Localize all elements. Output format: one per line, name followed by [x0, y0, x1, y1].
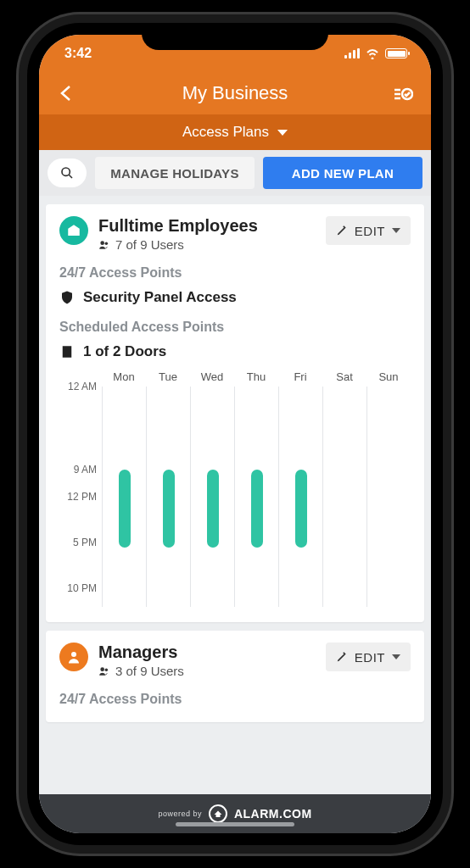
security-access-row: Security Panel Access — [59, 289, 411, 306]
users-icon — [98, 665, 110, 677]
plan-icon — [59, 643, 88, 671]
alarm-logo-icon — [209, 804, 227, 823]
users-icon — [98, 239, 110, 251]
schedule-bar — [163, 470, 175, 548]
y-tick-label: 5 PM — [73, 537, 97, 548]
section-label-sched: Scheduled Access Points — [59, 320, 411, 335]
y-tick-label: 10 PM — [67, 582, 97, 594]
search-button[interactable] — [48, 159, 87, 187]
svg-point-6 — [100, 241, 104, 245]
pencil-icon — [336, 225, 348, 236]
manage-holidays-button[interactable]: MANAGE HOLIDAYS — [95, 157, 255, 189]
section-label-247: 24/7 Access Points — [59, 692, 411, 707]
day-label: Mon — [102, 370, 146, 383]
svg-point-10 — [105, 668, 109, 671]
section-label-247: 24/7 Access Points — [59, 265, 411, 281]
plan-card: Fulltime Employees 7 of 9 Users EDIT 24/… — [46, 204, 424, 622]
day-label: Tue — [146, 370, 190, 383]
plan-users: 3 of 9 Users — [98, 664, 184, 678]
day-label: Sat — [322, 370, 366, 383]
toolbar: MANAGE HOLIDAYS ADD NEW PLAN — [39, 150, 431, 196]
svg-point-9 — [100, 667, 104, 671]
back-button[interactable] — [54, 81, 80, 106]
svg-point-4 — [62, 168, 70, 175]
schedule-bar — [251, 470, 263, 548]
door-icon — [59, 344, 75, 359]
plan-card: Managers 3 of 9 Users EDIT 24/7 Access P… — [46, 631, 424, 722]
edit-plan-button[interactable]: EDIT — [326, 643, 411, 671]
plan-users: 7 of 9 Users — [98, 237, 258, 252]
filter-check-button[interactable] — [390, 81, 416, 106]
schedule-bar — [119, 470, 131, 548]
section-selector-label: Access Plans — [182, 124, 269, 141]
wifi-icon — [365, 47, 380, 59]
y-tick-label: 12 AM — [68, 381, 97, 392]
plan-name: Managers — [98, 643, 184, 662]
chevron-down-icon — [392, 228, 400, 233]
app-header: My Business — [39, 72, 431, 114]
chevron-down-icon — [277, 130, 288, 136]
schedule-bar — [295, 470, 307, 548]
footer-powered: powered by — [158, 810, 202, 818]
content-scroll[interactable]: Fulltime Employees 7 of 9 Users EDIT 24/… — [39, 196, 431, 773]
cellular-icon — [344, 48, 360, 58]
footer-brand-text: ALARM.COM — [234, 807, 312, 821]
plan-icon — [59, 216, 88, 245]
day-label: Fri — [278, 370, 322, 383]
plan-name: Fulltime Employees — [98, 216, 258, 236]
doors-row: 1 of 2 Doors — [59, 343, 411, 360]
battery-icon — [385, 48, 407, 58]
svg-line-5 — [69, 175, 72, 178]
pencil-icon — [336, 651, 348, 663]
status-time: 3:42 — [64, 46, 92, 61]
section-selector[interactable]: Access Plans — [39, 114, 431, 150]
y-tick-label: 12 PM — [67, 491, 97, 503]
edit-plan-button[interactable]: EDIT — [326, 216, 411, 245]
search-icon — [60, 166, 74, 180]
chevron-down-icon — [392, 654, 400, 659]
day-label: Thu — [234, 370, 278, 383]
day-label: Wed — [190, 370, 234, 383]
shield-icon — [59, 290, 75, 305]
svg-point-8 — [71, 652, 76, 657]
page-title: My Business — [80, 82, 390, 104]
y-tick-label: 9 AM — [74, 464, 97, 476]
footer-brand: powered by ALARM.COM — [39, 794, 431, 833]
schedule-bar — [207, 470, 219, 548]
svg-point-7 — [105, 242, 109, 245]
add-new-plan-button[interactable]: ADD NEW PLAN — [263, 157, 422, 189]
home-indicator[interactable] — [176, 822, 294, 826]
day-label: Sun — [366, 370, 411, 383]
schedule-chart: Mon Tue Wed Thu Fri Sat Sun 12 AM9 AM12 … — [59, 370, 411, 607]
